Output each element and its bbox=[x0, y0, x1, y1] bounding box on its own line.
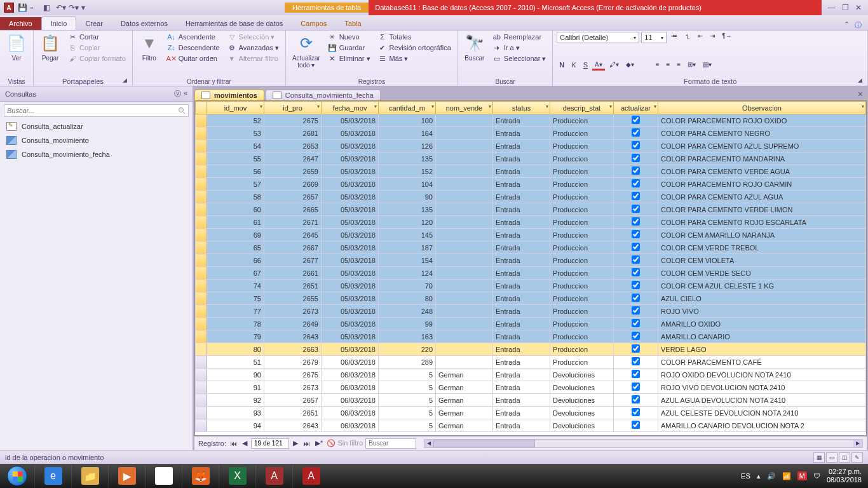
cell[interactable]: 5 bbox=[379, 381, 436, 394]
cell[interactable]: Devoluciones bbox=[550, 419, 614, 432]
cell[interactable] bbox=[614, 203, 658, 216]
actualizar-checkbox[interactable] bbox=[632, 268, 640, 276]
cell[interactable]: ROJO VIVO bbox=[658, 305, 866, 318]
table-row[interactable]: 60266505/03/2018135EntradaProduccionCOLO… bbox=[196, 203, 866, 216]
scroll-left-button[interactable]: ◀ bbox=[424, 440, 433, 447]
seleccionar-button[interactable]: ▭Seleccionar ▾ bbox=[490, 53, 549, 64]
datasheet-view-button[interactable]: ▦ bbox=[813, 452, 825, 463]
cell[interactable]: 2643 bbox=[264, 330, 322, 343]
tab-herramientas-bd[interactable]: Herramientas de base de datos bbox=[177, 17, 292, 30]
cell[interactable]: COLOR CEM VERDE SECO bbox=[658, 267, 866, 280]
cell[interactable]: COLOR CEM AMARILLO NARANJA bbox=[658, 229, 866, 241]
cell[interactable]: 55 bbox=[207, 152, 264, 165]
taskbar-chrome[interactable]: ◉ bbox=[145, 464, 182, 487]
cell[interactable] bbox=[436, 343, 493, 356]
cell[interactable]: German bbox=[436, 381, 493, 394]
actualizar-checkbox[interactable] bbox=[632, 179, 640, 187]
actualizar-checkbox[interactable] bbox=[632, 205, 640, 213]
cell[interactable] bbox=[196, 369, 207, 381]
column-header[interactable]: nom_vende▾ bbox=[436, 102, 493, 114]
cell[interactable]: 05/03/2018 bbox=[322, 305, 379, 318]
cell[interactable]: 92 bbox=[207, 394, 264, 407]
dialog-launcher-icon[interactable]: ◢ bbox=[858, 77, 862, 83]
cell[interactable]: 2675 bbox=[264, 114, 322, 127]
cell[interactable] bbox=[196, 280, 207, 292]
cell[interactable] bbox=[196, 178, 207, 191]
cell[interactable] bbox=[196, 343, 207, 356]
cell[interactable]: 06/03/2018 bbox=[322, 356, 379, 369]
cell[interactable] bbox=[614, 140, 658, 152]
row-selector-header[interactable] bbox=[196, 102, 207, 114]
cell[interactable]: 2645 bbox=[264, 229, 322, 241]
table-row[interactable]: 93265106/03/20185GermanEntradaDevolucion… bbox=[196, 407, 866, 419]
cell[interactable]: AMARILLO OXIDO bbox=[658, 318, 866, 330]
tab-crear[interactable]: Crear bbox=[76, 17, 112, 30]
tab-inicio[interactable]: Inicio bbox=[41, 17, 77, 30]
cell[interactable]: 05/03/2018 bbox=[322, 292, 379, 305]
horizontal-scrollbar[interactable]: ◀ ▶ bbox=[424, 439, 863, 448]
cell[interactable] bbox=[614, 178, 658, 191]
nav-item[interactable]: Consulta_actualizar bbox=[0, 119, 193, 133]
cell[interactable]: COLOR PARA CEMENTO VERDE LIMON bbox=[658, 203, 866, 216]
cell[interactable] bbox=[614, 305, 658, 318]
cell[interactable]: Entrada bbox=[493, 407, 550, 419]
cell[interactable]: 57 bbox=[207, 178, 264, 191]
next-record-button[interactable]: ▶ bbox=[292, 439, 299, 447]
cell[interactable] bbox=[614, 407, 658, 419]
restore-button[interactable]: ❐ bbox=[842, 3, 849, 12]
layout-view-button[interactable]: ◫ bbox=[839, 452, 850, 463]
cell[interactable]: AZUL CELESTE DEVOLUCION NOTA 2410 bbox=[658, 407, 866, 419]
cell[interactable] bbox=[614, 419, 658, 432]
cell[interactable]: 152 bbox=[379, 165, 436, 178]
actualizar-checkbox[interactable] bbox=[632, 230, 640, 238]
nuevo-button[interactable]: ✳Nuevo bbox=[325, 32, 373, 42]
cell[interactable]: Entrada bbox=[493, 419, 550, 432]
cell[interactable] bbox=[196, 191, 207, 203]
cell[interactable]: German bbox=[436, 394, 493, 407]
cell[interactable]: Produccion bbox=[550, 152, 614, 165]
record-position-input[interactable] bbox=[251, 438, 289, 449]
cell[interactable] bbox=[196, 216, 207, 229]
decrease-indent-icon[interactable]: ⇤ bbox=[695, 32, 705, 40]
cell[interactable]: 248 bbox=[379, 305, 436, 318]
table-row[interactable]: 67266105/03/2018124EntradaProduccionCOLO… bbox=[196, 267, 866, 280]
avanzadas-button[interactable]: ⚙Avanzadas ▾ bbox=[225, 43, 281, 53]
reemplazar-button[interactable]: abReemplazar bbox=[490, 32, 549, 42]
cell[interactable]: 2655 bbox=[264, 292, 322, 305]
cell[interactable] bbox=[614, 216, 658, 229]
cell[interactable]: Produccion bbox=[550, 165, 614, 178]
cell[interactable]: Entrada bbox=[493, 165, 550, 178]
cell[interactable]: 104 bbox=[379, 178, 436, 191]
actualizar-checkbox[interactable] bbox=[632, 141, 640, 149]
minimize-button[interactable]: — bbox=[828, 3, 836, 12]
cell[interactable]: 2669 bbox=[264, 178, 322, 191]
cell[interactable]: Produccion bbox=[550, 191, 614, 203]
cell[interactable]: 2651 bbox=[264, 280, 322, 292]
cell[interactable]: Entrada bbox=[493, 330, 550, 343]
cell[interactable]: 80 bbox=[207, 343, 264, 356]
cell[interactable]: 06/03/2018 bbox=[322, 407, 379, 419]
table-row[interactable]: 66267705/03/2018154EntradaProduccionCOLO… bbox=[196, 254, 866, 267]
cell[interactable]: 79 bbox=[207, 330, 264, 343]
cortar-button[interactable]: ✂Cortar bbox=[65, 32, 128, 42]
alt-row-color-icon[interactable]: ▤▾ bbox=[700, 60, 714, 69]
actualizar-checkbox[interactable] bbox=[632, 319, 640, 327]
cell[interactable]: 52 bbox=[207, 114, 264, 127]
cell[interactable] bbox=[614, 356, 658, 369]
table-row[interactable]: 61267105/03/2018120EntradaProduccionCOLO… bbox=[196, 216, 866, 229]
cell[interactable]: 06/03/2018 bbox=[322, 381, 379, 394]
table-row[interactable]: 69264505/03/2018145EntradaProduccionCOLO… bbox=[196, 229, 866, 241]
network-icon[interactable]: 📶 bbox=[782, 472, 791, 480]
column-header[interactable]: actualizar▾ bbox=[614, 102, 658, 114]
taskbar-firefox[interactable]: 🦊 bbox=[182, 464, 219, 487]
actualizar-checkbox[interactable] bbox=[632, 344, 640, 353]
cell[interactable]: Entrada bbox=[493, 280, 550, 292]
cell[interactable] bbox=[196, 127, 207, 140]
actualizar-todo-button[interactable]: ⟳ Actualizar todo ▾ bbox=[290, 32, 323, 70]
cell[interactable]: 2677 bbox=[264, 254, 322, 267]
actualizar-checkbox[interactable] bbox=[632, 370, 640, 378]
cell[interactable] bbox=[614, 318, 658, 330]
column-dropdown-icon[interactable]: ▾ bbox=[374, 104, 377, 109]
file-tab[interactable]: Archivo bbox=[0, 17, 41, 30]
cell[interactable] bbox=[196, 292, 207, 305]
